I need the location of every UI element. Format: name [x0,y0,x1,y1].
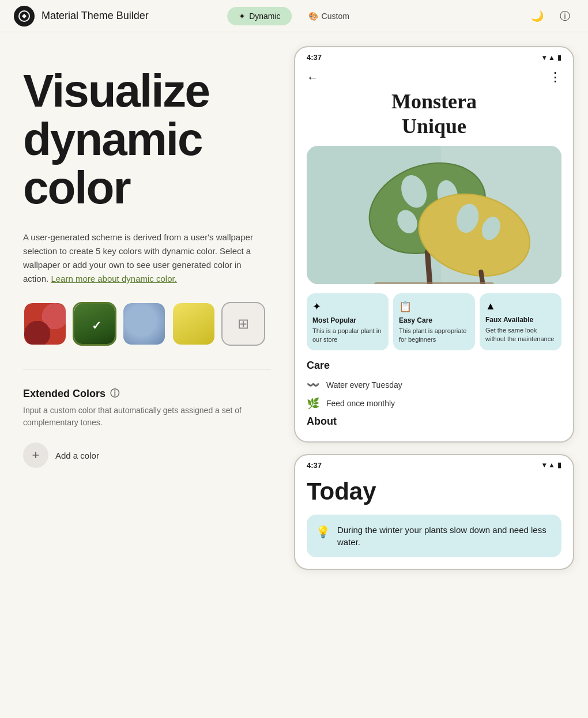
feature-cards: ✦ Most Popular This is a popular plant i… [295,293,573,360]
phone-mockup-2: 4:37 ▾ ▲ ▮ Today 💡 During the winter you… [294,454,574,570]
tab-dynamic[interactable]: ✦ Dynamic [227,7,292,25]
learn-more-link[interactable]: Learn more about dynamic color. [51,274,176,284]
extended-colors-heading: Extended Colors ⓘ [23,388,271,400]
popular-title: Most Popular [312,316,383,324]
wallpaper-options: ✓ ⊞ [23,302,271,346]
plant-illustration [307,146,561,284]
bulb-icon: 💡 [316,525,330,539]
status-bar-1: 4:37 ▾ ▲ ▮ [295,47,573,65]
wallpaper-red[interactable] [23,302,67,346]
add-color-label: Add a color [55,451,99,460]
dark-mode-toggle[interactable]: 🌙 [528,7,546,25]
nav-actions: 🌙 ⓘ [528,7,574,25]
main-layout: Visualize dynamic color A user-generated… [0,32,588,584]
phone-mockup-1: 4:37 ▾ ▲ ▮ ← ⋮ Monstera Unique [294,46,574,443]
plant-nav-bar: ← ⋮ [295,65,573,89]
extended-colors-desc: Input a custom color that automatically … [23,405,271,429]
faux-desc: Get the same look without the maintenanc… [485,326,556,343]
feed-icon: 🌿 [307,397,319,410]
feed-text: Feed once monthly [326,399,395,408]
right-panel: 4:37 ▾ ▲ ▮ ← ⋮ Monstera Unique [294,32,588,584]
faux-icon: ▲ [485,300,556,312]
status-icons-1: ▾ ▲ ▮ [542,54,561,62]
care-item-water: 〰️ Water every Tuesday [307,379,561,391]
popular-desc: This is a popular plant in our store [312,327,383,343]
signal-icon: ▲ [548,54,555,62]
faux-title: Faux Available [485,316,556,324]
feature-card-faux: ▲ Faux Available Get the same look witho… [480,293,561,350]
popular-icon: ✦ [312,300,383,313]
plant-image [307,146,561,284]
status-time-2: 4:37 [307,461,322,470]
upload-icon: ⊞ [238,316,249,332]
status-icons-2: ▾ ▲ ▮ [542,461,561,469]
section-divider [23,369,271,369]
today-card: 💡 During the winter your plants slow dow… [307,515,561,557]
battery-icon-2: ▮ [557,461,561,469]
signal-icon-2: ▲ [548,461,555,469]
add-icon: + [23,443,48,468]
care-desc: This plant is appropriate for beginners [399,327,469,343]
add-color-button[interactable]: + Add a color [23,443,99,468]
back-button[interactable]: ← [307,71,318,84]
selected-checkmark: ✓ [92,319,101,332]
app-title: Material Theme Builder [42,10,149,22]
today-title: Today [307,478,561,505]
wifi-icon: ▾ [542,54,546,62]
about-heading: About [307,415,561,428]
info-button[interactable]: ⓘ [556,7,574,25]
plant-title: Monstera Unique [295,89,573,146]
description-text: A user-generated scheme is derived from … [23,230,265,286]
svg-line-8 [427,252,431,284]
palette-icon: 🎨 [308,12,318,21]
wifi-icon-2: ▾ [542,461,546,469]
svg-rect-14 [374,282,494,285]
status-bar-2: 4:37 ▾ ▲ ▮ [295,455,573,473]
more-button[interactable]: ⋮ [549,70,561,85]
today-card-text: During the winter your plants slow down … [337,524,552,548]
tab-custom[interactable]: 🎨 Custom [297,7,361,25]
app-logo [14,6,35,27]
wallpaper-green[interactable]: ✓ [73,302,116,346]
water-icon: 〰️ [307,379,319,391]
wallpaper-yellow[interactable] [172,302,216,346]
feature-card-care: 📋 Easy Care This plant is appropriate fo… [393,293,475,350]
water-text: Water every Tuesday [326,380,402,390]
care-icon: 📋 [399,300,469,313]
care-heading: Care [307,360,561,372]
care-item-feed: 🌿 Feed once monthly [307,397,561,410]
care-section: Care 〰️ Water every Tuesday 🌿 Feed once … [295,360,573,441]
care-title: Easy Care [399,316,469,324]
wallpaper-upload[interactable]: ⊞ [221,302,265,346]
left-panel: Visualize dynamic color A user-generated… [0,32,294,584]
top-navigation: Material Theme Builder ✦ Dynamic 🎨 Custo… [0,0,588,32]
status-time-1: 4:37 [307,53,322,62]
today-content: Today 💡 During the winter your plants sl… [295,473,573,569]
wallpaper-blue[interactable] [122,302,166,346]
info-icon-extended: ⓘ [110,388,119,400]
dynamic-icon: ✦ [239,12,246,21]
feature-card-popular: ✦ Most Popular This is a popular plant i… [307,293,389,350]
hero-heading: Visualize dynamic color [23,67,271,212]
nav-tabs: ✦ Dynamic 🎨 Custom [227,7,361,25]
battery-icon: ▮ [557,54,561,62]
